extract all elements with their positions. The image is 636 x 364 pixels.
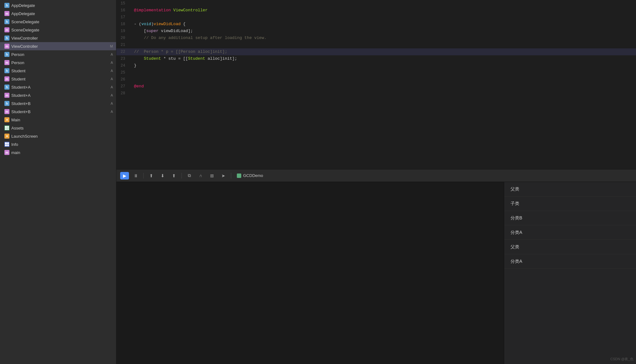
sidebar-badge-ViewController-m: M xyxy=(110,44,113,48)
sidebar-item-ViewController-m[interactable]: mViewControllerM xyxy=(0,42,116,50)
jump-bar-item-2[interactable]: 分类B xyxy=(504,211,636,225)
code-line-17: 17 xyxy=(116,14,636,21)
sidebar-label-ViewController-m: ViewController xyxy=(11,44,109,49)
jump-bar[interactable]: 父类子类分类B分类A父类分类A xyxy=(504,182,636,364)
file-icon-Person-m: m xyxy=(4,60,9,65)
line-content-18[interactable]: - (void)viewDidLoad { xyxy=(131,21,636,28)
line-number-26: 26 xyxy=(116,76,129,83)
sidebar-badge-Student-h: A xyxy=(111,69,113,73)
line-number-19: 19 xyxy=(116,28,129,35)
sidebar-item-StudentA-m[interactable]: mStudent+AA xyxy=(0,91,116,99)
file-icon-main: m xyxy=(4,150,9,155)
code-editor[interactable]: 1516@implementation ViewController1718- … xyxy=(116,0,636,169)
jump-bar-item-4[interactable]: 父类 xyxy=(504,240,636,254)
file-icon-StudentA-m: m xyxy=(4,93,9,98)
debug-console[interactable] xyxy=(116,182,504,364)
step-out-button[interactable]: ⬆ xyxy=(170,172,178,179)
app-name-display: GCDDemo xyxy=(237,173,263,178)
line-content-16[interactable]: @implementation ViewController xyxy=(131,7,636,14)
sidebar-label-Assets: Assets xyxy=(11,126,113,130)
file-icon-SceneDelegate-h: h xyxy=(4,19,9,24)
sidebar-item-LaunchScreen[interactable]: ✕LaunchScreen xyxy=(0,132,116,140)
sidebar-item-StudentA-h[interactable]: hStudent+AA xyxy=(0,83,116,91)
sidebar-item-Info[interactable]: Info xyxy=(0,140,116,148)
file-icon-Info xyxy=(4,142,9,147)
line-number-23: 23 xyxy=(116,55,129,62)
line-number-15: 15 xyxy=(116,0,129,7)
file-icon-StudentB-m: m xyxy=(4,109,9,114)
sidebar-item-Student-m[interactable]: mStudentA xyxy=(0,75,116,83)
sidebar-label-LaunchScreen: LaunchScreen xyxy=(11,134,113,139)
sidebar-item-AppDelegate-h[interactable]: hAppDelegate xyxy=(0,1,116,9)
sidebar-item-SceneDelegate-m[interactable]: mSceneDelegate xyxy=(0,26,116,34)
sidebar-label-Person-h: Person xyxy=(11,52,109,57)
line-content-27[interactable]: @end xyxy=(131,83,636,90)
code-line-15: 15 xyxy=(116,0,636,7)
line-content-23[interactable]: Student * stu = [[Student alloc]init]; xyxy=(131,55,636,62)
line-content-20[interactable]: // Do any additional setup after loading… xyxy=(131,35,636,41)
jump-bar-item-3[interactable]: 分类A xyxy=(504,225,636,240)
file-icon-SceneDelegate-m: m xyxy=(4,27,9,32)
line-number-18: 18 xyxy=(116,21,129,28)
sidebar-badge-StudentB-h: A xyxy=(111,102,113,105)
file-icon-Assets xyxy=(4,125,9,130)
file-icon-StudentA-h: h xyxy=(4,85,9,90)
frame-capture-button[interactable]: ⧉ xyxy=(185,172,194,179)
sidebar-label-AppDelegate-m: AppDelegate xyxy=(11,11,113,16)
sidebar-badge-StudentB-m: A xyxy=(111,110,113,113)
file-icon-Student-m: m xyxy=(4,76,9,81)
line-number-17: 17 xyxy=(116,14,129,21)
sidebar-item-Person-m[interactable]: mPersonA xyxy=(0,58,116,67)
sidebar-label-main: main xyxy=(11,150,113,155)
file-navigator[interactable]: hAppDelegatemAppDelegatehSceneDelegatemS… xyxy=(0,0,116,364)
sidebar-label-SceneDelegate-h: SceneDelegate xyxy=(11,19,113,24)
file-icon-Person-h: h xyxy=(4,52,9,57)
run-button[interactable]: ▶ xyxy=(120,172,129,179)
sidebar-item-Assets[interactable]: Assets xyxy=(0,124,116,132)
jump-bar-item-1[interactable]: 子类 xyxy=(504,196,636,211)
line-number-28: 28 xyxy=(116,90,129,97)
file-icon-Student-h: h xyxy=(4,68,9,73)
step-over-button[interactable]: ⬆ xyxy=(147,172,156,179)
file-icon-StudentB-h: h xyxy=(4,101,9,106)
pause-button[interactable]: ⏸ xyxy=(131,172,140,179)
editor-area: 1516@implementation ViewController1718- … xyxy=(116,0,636,364)
sidebar-item-AppDelegate-m[interactable]: mAppDelegate xyxy=(0,9,116,18)
line-content-22[interactable]: // Person * p = [[Person alloc]init]; xyxy=(131,48,636,55)
sidebar-label-StudentA-m: Student+A xyxy=(11,93,109,98)
jump-bar-item-5[interactable]: 分类A xyxy=(504,254,636,269)
line-content-19[interactable]: [super viewDidLoad]; xyxy=(131,28,636,35)
toolbar-separator-3 xyxy=(231,173,231,179)
watermark: CSDN @夜_色 xyxy=(610,357,633,361)
line-content-24[interactable]: } xyxy=(131,62,636,69)
line-number-21: 21 xyxy=(116,41,129,48)
step-in-button[interactable]: ⬇ xyxy=(158,172,167,179)
sidebar-item-SceneDelegate-h[interactable]: hSceneDelegate xyxy=(0,18,116,26)
sidebar-item-StudentB-m[interactable]: mStudent+BA xyxy=(0,108,116,116)
sidebar-item-main[interactable]: mmain xyxy=(0,148,116,157)
sidebar-badge-StudentA-m: A xyxy=(111,93,113,97)
jump-bar-item-0[interactable]: 父类 xyxy=(504,182,636,196)
line-number-27: 27 xyxy=(116,83,129,90)
sidebar-label-Student-m: Student xyxy=(11,77,109,81)
toolbar-separator-2 xyxy=(181,173,182,179)
sidebar-label-StudentB-m: Student+B xyxy=(11,109,109,114)
sidebar-label-Main: Main xyxy=(11,118,113,122)
debug-memory-button[interactable]: ⑃ xyxy=(196,172,205,179)
sidebar-item-Main[interactable]: ✕Main xyxy=(0,116,116,124)
sidebar-badge-StudentA-h: A xyxy=(111,85,113,89)
code-line-22: 22// Person * p = [[Person alloc]init]; xyxy=(116,48,636,55)
sidebar-item-ViewController-h[interactable]: hViewController xyxy=(0,34,116,42)
sidebar-item-Person-h[interactable]: hPersonA xyxy=(0,50,116,58)
sidebar-item-StudentB-h[interactable]: hStudent+BA xyxy=(0,99,116,108)
code-line-24: 24} xyxy=(116,62,636,69)
file-icon-AppDelegate-m: m xyxy=(4,11,9,16)
sidebar-item-Student-h[interactable]: hStudentA xyxy=(0,67,116,75)
toolbar-separator-1 xyxy=(143,173,144,179)
location-button[interactable]: ➤ xyxy=(219,172,228,179)
sidebar-label-Person-m: Person xyxy=(11,60,109,65)
line-number-25: 25 xyxy=(116,69,129,76)
simulate-button[interactable]: ⊞ xyxy=(208,172,216,179)
bottom-panel: 父类子类分类B分类A父类分类A xyxy=(116,182,636,364)
file-icon-LaunchScreen: ✕ xyxy=(4,134,9,139)
